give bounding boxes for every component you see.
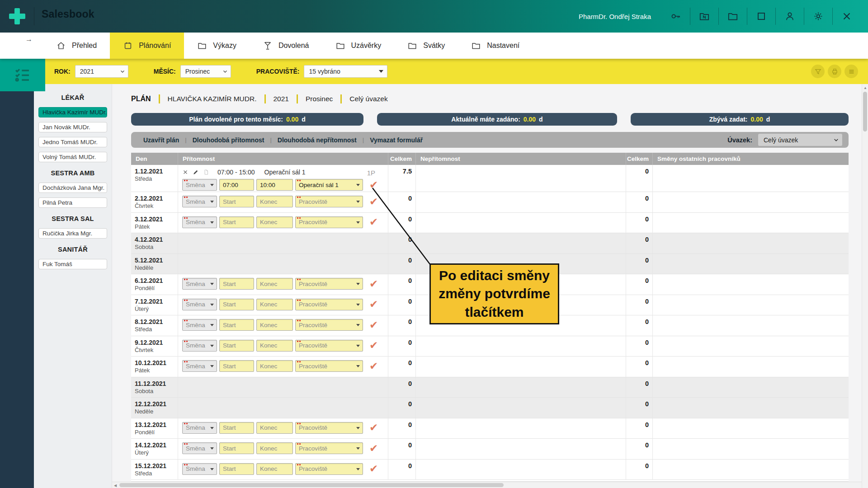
end-time-input[interactable] (256, 422, 293, 434)
delete-shift-icon[interactable] (182, 169, 189, 175)
shift-type-select[interactable]: Směna (182, 340, 217, 352)
workplace-shift-select[interactable]: Pracoviště (295, 299, 363, 310)
horizontal-scrollbar[interactable]: ◀ (112, 482, 862, 488)
confirm-shift-button[interactable]: ✔ (369, 443, 378, 454)
tab-uzávěrky[interactable]: Uzávěrky (322, 33, 395, 59)
scroll-up-arrow[interactable]: ▲ (862, 86, 868, 90)
key-icon[interactable] (669, 9, 683, 23)
confirm-shift-button[interactable]: ✔ (369, 422, 378, 433)
workplace-select[interactable]: 15 vybráno (304, 65, 387, 78)
start-time-input[interactable] (219, 319, 254, 331)
workplace-shift-select[interactable]: Operační sál 1 (295, 179, 363, 191)
toolbar-action[interactable]: Uzavřít plán (137, 136, 185, 144)
shift-type-select[interactable]: Směna (182, 442, 217, 454)
tab-výkazy[interactable]: Výkazy (184, 33, 250, 59)
sidebar-person-item[interactable]: Volný Tomáš MUDr. (38, 152, 107, 162)
end-time-input[interactable] (256, 299, 293, 310)
shift-type-select[interactable]: Směna (182, 216, 217, 228)
horizontal-scrollbar-thumb[interactable] (119, 483, 504, 487)
print-button[interactable] (828, 65, 841, 78)
confirm-shift-button[interactable]: ✔ (369, 320, 378, 330)
end-time-input[interactable] (256, 360, 293, 372)
workplace-shift-select[interactable]: Pracoviště (295, 422, 363, 434)
start-time-input[interactable] (219, 463, 254, 475)
start-time-input[interactable] (219, 216, 254, 228)
shift-type-select[interactable]: Směna (182, 422, 217, 434)
workplace-shift-select[interactable]: Pracoviště (295, 216, 363, 228)
shift-type-select[interactable]: Směna (182, 319, 217, 331)
confirm-shift-button[interactable]: ✔ (369, 361, 378, 371)
settings-gear-icon[interactable] (811, 9, 825, 23)
tab-přehled[interactable]: Přehled (43, 33, 110, 59)
shift-type-select[interactable]: Směna (182, 179, 217, 191)
vertical-scrollbar-thumb[interactable] (863, 92, 867, 131)
confirm-shift-button[interactable]: ✔ (369, 217, 378, 227)
end-time-input[interactable] (256, 278, 293, 290)
start-time-input[interactable] (219, 179, 254, 191)
workplace-shift-select[interactable]: Pracoviště (295, 360, 363, 372)
start-time-input[interactable] (219, 442, 254, 454)
end-time-input[interactable] (256, 319, 293, 331)
sidebar-person-item[interactable]: Ručička Jirka Mgr. (38, 228, 107, 239)
reports-folder-icon[interactable] (698, 9, 711, 23)
year-select[interactable]: 2021 (75, 65, 128, 78)
start-time-input[interactable] (219, 360, 254, 372)
shift-type-select[interactable]: Směna (182, 278, 217, 290)
sidebar-person-item[interactable]: Hlavička Kazimír MUDr. (38, 107, 107, 117)
checklist-icon[interactable] (0, 59, 45, 91)
confirm-shift-button[interactable]: ✔ (369, 299, 378, 310)
end-time-input[interactable] (256, 216, 293, 228)
app-logo[interactable] (0, 0, 34, 33)
sidebar-person-item[interactable]: Jedno Tomáš MUDr. (38, 137, 107, 147)
menu-button[interactable] (844, 65, 858, 78)
toolbar-action[interactable]: Dlouhodobá nepřítomnost (272, 136, 363, 144)
shift-type-select[interactable]: Směna (182, 196, 217, 207)
start-time-input[interactable] (219, 299, 254, 310)
toolbar-action[interactable]: Vymazat formulář (364, 136, 429, 144)
shift-type-select[interactable]: Směna (182, 360, 217, 372)
sidebar-person-item[interactable]: Docházková Jana Mgr. (38, 183, 107, 193)
start-time-input[interactable] (219, 196, 254, 207)
confirm-shift-button[interactable]: ✔ (369, 464, 378, 474)
start-time-input[interactable] (219, 422, 254, 434)
filter-button[interactable] (811, 65, 825, 78)
end-time-input[interactable] (256, 442, 293, 454)
end-time-input[interactable] (256, 196, 293, 207)
shift-type-select[interactable]: Směna (182, 463, 217, 475)
end-time-input[interactable] (256, 463, 293, 475)
confirm-shift-button[interactable]: ✔ (369, 180, 378, 190)
end-time-input[interactable] (256, 340, 293, 352)
window-icon[interactable] (755, 9, 768, 23)
folder-icon[interactable] (726, 9, 740, 23)
end-time-input[interactable] (256, 179, 293, 191)
tab-svátky[interactable]: Svátky (394, 33, 458, 59)
sidebar-person-item[interactable]: Pilná Petra (38, 197, 107, 208)
sidebar-person-item[interactable]: Jan Novák MUDr. (38, 122, 107, 132)
sidebar-person-item[interactable]: Fuk Tomáš (38, 259, 107, 269)
shift-type-select[interactable]: Směna (182, 299, 217, 310)
workplace-shift-select[interactable]: Pracoviště (295, 340, 363, 352)
workplace-shift-select[interactable]: Pracoviště (295, 442, 363, 454)
workplace-shift-select[interactable]: Pracoviště (295, 278, 363, 290)
confirm-shift-button[interactable]: ✔ (369, 340, 378, 351)
user-icon[interactable] (783, 9, 797, 23)
edit-shift-icon[interactable] (193, 169, 199, 175)
vertical-scrollbar[interactable]: ▲ (862, 84, 868, 488)
confirm-shift-button[interactable]: ✔ (369, 197, 378, 207)
close-icon[interactable] (840, 9, 854, 23)
workplace-shift-select[interactable]: Pracoviště (295, 196, 363, 207)
start-time-input[interactable] (219, 278, 254, 290)
tab-dovolená[interactable]: Dovolená (250, 33, 322, 59)
copy-shift-icon[interactable] (203, 169, 209, 175)
toolbar-action[interactable]: Dlouhodobá přítomnost (187, 136, 270, 144)
start-time-input[interactable] (219, 340, 254, 352)
month-select[interactable]: Prosinec (180, 65, 231, 78)
workplace-shift-select[interactable]: Pracoviště (295, 319, 363, 331)
confirm-shift-button[interactable]: ✔ (369, 279, 378, 289)
tab-nastavení[interactable]: Nastavení (458, 33, 533, 59)
tab-plánování[interactable]: Plánování (110, 33, 184, 59)
scroll-left-arrow[interactable]: ◀ (114, 483, 117, 488)
uvazek-select[interactable]: Celý úvazek (758, 134, 842, 146)
back-arrow-icon[interactable]: → (25, 35, 33, 43)
workplace-shift-select[interactable]: Pracoviště (295, 463, 363, 475)
